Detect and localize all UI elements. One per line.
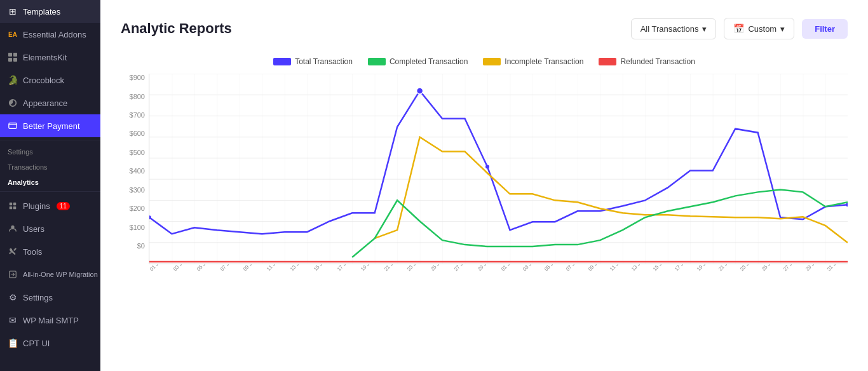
svg-rect-7 — [10, 206, 12, 209]
svg-rect-0 — [8, 53, 12, 57]
svg-rect-11 — [149, 74, 848, 264]
legend-color-completed — [368, 58, 386, 65]
sidebar: ⊞ Templates EA Essential Addons Elements… — [0, 0, 100, 371]
transactions-dropdown[interactable]: All Transactions ▾ — [631, 18, 717, 39]
legend-color-refunded — [599, 58, 616, 65]
wpmail-icon: ✉ — [8, 315, 18, 325]
chart-svg — [149, 74, 848, 264]
sidebar-item-templates[interactable]: ⊞ Templates — [0, 0, 100, 23]
legend-total: Total Transaction — [273, 57, 353, 66]
ek-icon — [8, 52, 18, 62]
payment-icon — [8, 121, 18, 131]
sidebar-item-all-in-one[interactable]: All-in-One WP Migration — [0, 263, 100, 286]
svg-point-9 — [11, 226, 14, 229]
svg-point-24 — [485, 165, 489, 169]
sidebar-item-plugins[interactable]: Plugins 11 — [0, 194, 100, 217]
sidebar-item-better-payment[interactable]: Better Payment — [0, 114, 100, 137]
users-icon — [8, 224, 18, 234]
sidebar-item-settings[interactable]: ⚙ Settings — [0, 286, 100, 309]
sidebar-section-analytics[interactable]: Analytics — [0, 173, 100, 189]
main-content: Analytic Reports All Transactions ▾ 📅 Cu… — [100, 0, 868, 371]
settings-icon: ⚙ — [8, 292, 18, 302]
ea-icon: EA — [8, 29, 18, 39]
page-title: Analytic Reports — [121, 20, 232, 37]
x-axis: 01 Jun.'23 03 Jun.'23 05 Jun.'23 07 Jun.… — [149, 264, 848, 274]
croco-icon: 🐊 — [8, 75, 18, 85]
sidebar-item-tools[interactable]: Tools — [0, 240, 100, 263]
appearance-icon — [8, 98, 18, 108]
svg-point-23 — [417, 88, 423, 94]
cpt-icon: 📋 — [8, 338, 18, 348]
chart-svg-container: 01 Jun.'23 03 Jun.'23 05 Jun.'23 07 Jun.… — [149, 74, 848, 274]
custom-dropdown[interactable]: 📅 Custom ▾ — [724, 18, 794, 39]
filter-button[interactable]: Filter — [802, 19, 848, 39]
svg-rect-4 — [9, 123, 17, 129]
tools-icon — [8, 246, 18, 257]
chevron-down-icon2: ▾ — [780, 24, 785, 34]
plugins-icon — [8, 201, 18, 211]
legend-color-incomplete — [483, 58, 501, 65]
sidebar-section-transactions[interactable]: Transactions — [0, 158, 100, 173]
sidebar-item-essential-addons[interactable]: EA Essential Addons — [0, 23, 100, 46]
header-row: Analytic Reports All Transactions ▾ 📅 Cu… — [121, 18, 848, 39]
templates-icon: ⊞ — [8, 6, 18, 17]
y-axis: $0 $100 $200 $300 $400 $500 $600 $700 $8… — [121, 74, 149, 274]
svg-rect-5 — [10, 203, 12, 205]
sidebar-item-cpt-ui[interactable]: 📋 CPT UI — [0, 332, 100, 354]
sidebar-item-users[interactable]: Users — [0, 217, 100, 240]
sidebar-item-elementskit[interactable]: ElementsKit — [0, 46, 100, 69]
sidebar-item-wpmail[interactable]: ✉ WP Mail SMTP — [0, 309, 100, 332]
calendar-icon: 📅 — [733, 24, 744, 34]
sidebar-section-settings: Settings — [0, 143, 100, 158]
svg-rect-2 — [8, 58, 12, 62]
legend-incomplete: Incomplete Transaction — [483, 57, 583, 66]
chart-area: $0 $100 $200 $300 $400 $500 $600 $700 $8… — [121, 74, 848, 274]
svg-rect-1 — [13, 53, 17, 57]
legend-completed: Completed Transaction — [368, 57, 468, 66]
plugins-badge: 11 — [57, 202, 70, 210]
sidebar-item-crocoblock[interactable]: 🐊 Crocoblock — [0, 69, 100, 91]
legend-refunded: Refunded Transaction — [599, 57, 695, 66]
svg-rect-3 — [13, 58, 17, 62]
svg-rect-8 — [13, 206, 16, 209]
migration-icon — [8, 269, 18, 280]
chart-legend: Total Transaction Completed Transaction … — [121, 57, 848, 66]
chevron-down-icon: ▾ — [702, 24, 707, 34]
header-controls: All Transactions ▾ 📅 Custom ▾ Filter — [631, 18, 848, 39]
svg-rect-6 — [13, 203, 16, 205]
sidebar-item-appearance[interactable]: Appearance — [0, 91, 100, 114]
legend-color-total — [273, 58, 291, 65]
